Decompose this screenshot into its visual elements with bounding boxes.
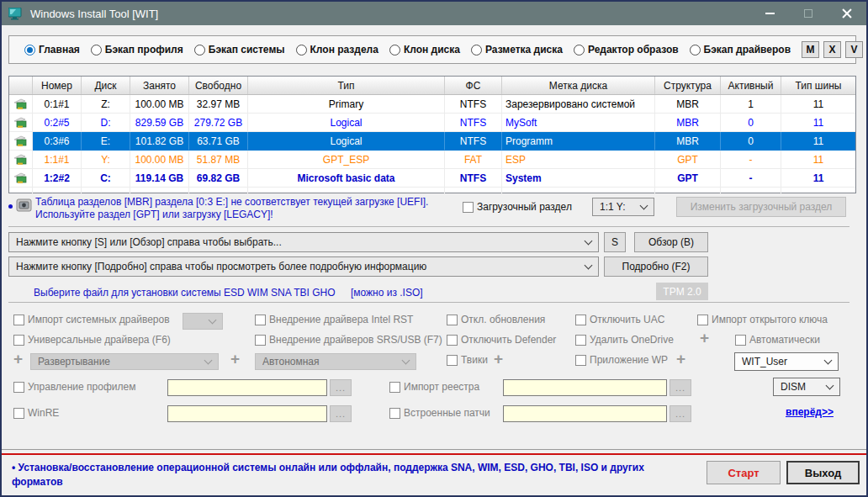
column-disk[interactable]: Диск (82, 77, 130, 94)
winre-browse-button[interactable]: ... (330, 405, 352, 422)
column-icon[interactable] (9, 77, 33, 94)
chevron-down-icon (209, 315, 217, 324)
table-row[interactable]: 1:2#2 C: 119.14 GB 69.82 GB Microsoft ba… (9, 169, 855, 188)
profile-checkbox[interactable]: Управление профилем (13, 381, 135, 393)
radio-icon (194, 45, 205, 56)
remove-onedrive-checkbox[interactable]: Удалить OneDrive (575, 334, 674, 346)
column-used[interactable]: Занято (130, 77, 189, 94)
chevron-down-icon (204, 356, 213, 364)
universal-drivers-checkbox[interactable]: Универсальные драйвера (F6) (13, 334, 171, 346)
tab-backup-profile[interactable]: Бэкап профиля (91, 44, 183, 56)
srs-usb-checkbox[interactable]: Внедрение драйверов SRS/USB (F7) (255, 334, 442, 346)
forward-link[interactable]: вперёд>> (786, 406, 834, 418)
bullet-icon (8, 204, 13, 209)
registry-checkbox[interactable]: Импорт реестра (389, 381, 479, 393)
winre-checkbox[interactable]: WinRE (13, 407, 59, 419)
detail-button[interactable]: Подробно (F2) (604, 256, 708, 277)
change-boot-partition-button[interactable]: Изменить загрузочный раздел (676, 197, 846, 217)
chevron-down-icon (585, 236, 593, 245)
exit-button[interactable]: Выход (786, 461, 860, 484)
checkbox-icon (255, 335, 266, 346)
boot-partition-select[interactable]: 1:1 Y: (592, 198, 654, 216)
column-number[interactable]: Номер (33, 77, 82, 94)
table-row[interactable]: 1:1#1 Y: 100.00 MB 51.87 MB GPT_ESP FAT … (9, 151, 855, 169)
patches-checkbox[interactable]: Встроенные патчи (389, 407, 490, 419)
radio-icon (471, 45, 482, 56)
registry-browse-button[interactable]: ... (670, 379, 691, 396)
import-public-key-checkbox[interactable]: Импорт открытого ключа (697, 314, 828, 325)
column-free[interactable]: Свободно (189, 77, 248, 94)
tab-disk-layout[interactable]: Разметка диска (471, 44, 563, 56)
profile-browse-button[interactable]: ... (330, 379, 352, 396)
plus-icon[interactable]: + (13, 352, 23, 366)
wp-app-checkbox[interactable]: Приложение WP (575, 354, 668, 366)
tab-clone-disk[interactable]: Клон диска (389, 44, 460, 56)
start-button[interactable]: Старт (707, 461, 781, 484)
column-bus[interactable]: Тип шины (781, 77, 855, 94)
table-row-selected[interactable]: 0:3#6 E: 101.82 GB 63.71 GB Logical NTFS… (9, 132, 855, 151)
patches-path-input[interactable] (503, 405, 667, 422)
boot-warning-icon (16, 198, 33, 213)
tweaks-checkbox[interactable]: Твики (447, 354, 488, 366)
registry-path-input[interactable] (503, 379, 667, 396)
maximize-button[interactable] (789, 2, 828, 25)
checkbox-icon (463, 202, 474, 213)
plus-icon[interactable]: + (676, 352, 685, 366)
tab-glavnaya[interactable]: Главная (24, 44, 80, 56)
profile-path-input[interactable] (167, 379, 327, 396)
column-fs[interactable]: ФС (445, 77, 502, 94)
tab-backup-drivers[interactable]: Бэкап драйверов (690, 44, 791, 56)
chevron-down-icon (585, 261, 593, 269)
checkbox-icon (697, 315, 708, 325)
m-button[interactable]: M (802, 41, 819, 58)
radio-icon (389, 45, 400, 56)
plus-icon[interactable]: + (494, 352, 503, 366)
info-combo[interactable]: Нажмите кнопку [Подробно] справа чтобы п… (8, 256, 599, 277)
x-button[interactable]: X (823, 41, 841, 58)
column-type[interactable]: Тип (248, 77, 445, 94)
column-structure[interactable]: Структура (655, 77, 721, 94)
boot-partition-checkbox[interactable]: Загрузочный раздел (463, 201, 572, 213)
mode-toolbar: Главная Бэкап профиля Бэкап системы Клон… (8, 35, 856, 64)
offline-select[interactable]: Автономная (255, 353, 416, 370)
import-sys-drivers-checkbox[interactable]: Импорт системных драйверов (13, 314, 170, 325)
automatic-checkbox[interactable]: Автоматически (735, 334, 820, 346)
titlebar: Windows Install Tool [WIT] (2, 2, 866, 25)
maximize-icon (804, 9, 812, 18)
user-select[interactable]: WIT_User (734, 352, 839, 371)
disable-defender-checkbox[interactable]: Отключить Defender (447, 334, 556, 346)
close-icon (842, 8, 852, 19)
checkbox-icon (575, 315, 586, 325)
deploy-select[interactable]: Развертывание (30, 353, 219, 370)
tab-backup-system[interactable]: Бэкап системы (194, 44, 285, 56)
s-button[interactable]: S (604, 232, 626, 252)
browse-button[interactable]: Обзор (B) (634, 232, 708, 252)
install-file-combo[interactable]: Нажмите кнопку [S] или [Обзор] справа чт… (8, 232, 599, 252)
tab-image-editor[interactable]: Редактор образов (574, 44, 679, 56)
intel-rst-checkbox[interactable]: Внедрение драйвера Intel RST (255, 314, 413, 325)
minimize-icon (765, 13, 775, 14)
v-button[interactable]: V (845, 41, 863, 58)
radio-icon (574, 45, 585, 56)
patches-browse-button[interactable]: ... (670, 405, 691, 422)
tab-clone-partition[interactable]: Клон раздела (296, 44, 378, 56)
divider (8, 226, 849, 227)
sys-drivers-select[interactable] (183, 313, 223, 330)
checkbox-icon (447, 315, 458, 325)
dism-select[interactable]: DISM (773, 378, 840, 396)
plus-icon[interactable]: + (700, 331, 709, 345)
disable-updates-checkbox[interactable]: Откл. обновления (447, 314, 545, 325)
winre-path-input[interactable] (167, 405, 327, 422)
plus-icon[interactable]: + (230, 352, 240, 366)
checkbox-icon (447, 355, 458, 366)
close-button[interactable] (828, 2, 866, 25)
minimize-button[interactable] (750, 2, 789, 25)
column-active[interactable]: Активный (721, 77, 781, 94)
table-row[interactable]: 0:2#5 D: 829.59 GB 279.72 GB Logical NTF… (9, 114, 855, 132)
table-row[interactable]: 0:1#1 Z: 100.00 MB 32.97 MB Primary NTFS… (9, 95, 855, 114)
disable-uac-checkbox[interactable]: Отключить UAC (575, 314, 664, 325)
column-label[interactable]: Метка диска (502, 77, 655, 94)
tpm-button[interactable]: TPM 2.0 (656, 283, 708, 300)
chevron-down-icon (640, 201, 648, 209)
radio-selected-icon (24, 45, 35, 56)
